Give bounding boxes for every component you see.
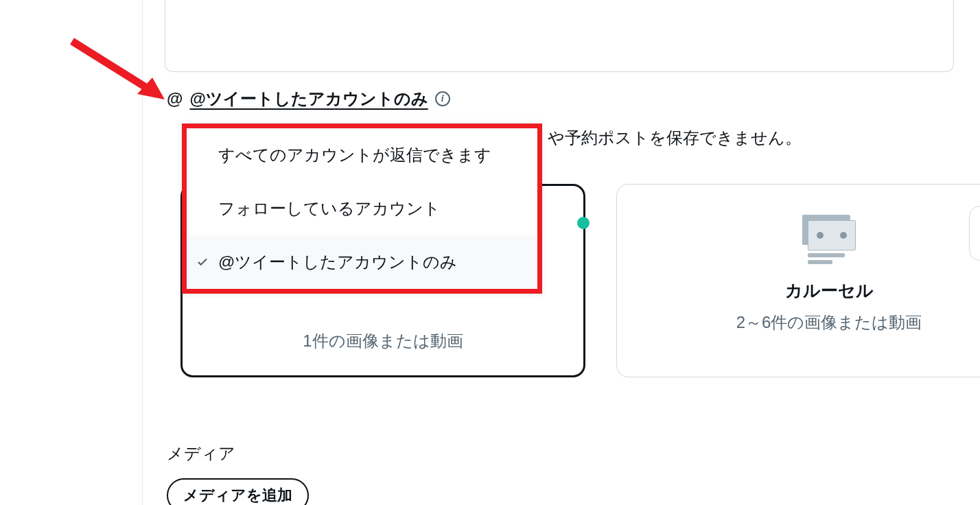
card-carousel-title: カルーセル [785, 279, 874, 302]
info-icon[interactable]: i [435, 91, 450, 106]
dropdown-option-label: すべてのアカウントが返信できます [218, 145, 491, 164]
dropdown-option-label: フォローしているアカウント [218, 199, 441, 218]
dropdown-option-label: @ツイートしたアカウントのみ [218, 252, 457, 271]
carousel-icon [802, 215, 856, 263]
reply-setting-dropdown-trigger[interactable]: @ツイートしたアカウントのみ [189, 88, 428, 110]
at-icon: @ [167, 89, 183, 108]
arrow-annotation [69, 38, 172, 113]
card-single-subtitle: 1件の画像または動画 [303, 330, 463, 352]
check-icon [196, 256, 209, 268]
card-carousel[interactable]: カルーセル 2～6件の画像または動画 [616, 184, 980, 377]
dropdown-option-following[interactable]: フォローしているアカウント [187, 182, 537, 235]
media-section-label: メディア [167, 443, 235, 465]
carousel-icon-wrapper [802, 215, 856, 263]
add-media-button[interactable]: メディアを追加 [167, 478, 309, 505]
content-top-box [165, 0, 954, 72]
reply-setting-dropdown: すべてのアカウントが返信できます フォローしているアカウント @ツイートしたアカ… [182, 124, 542, 294]
dropdown-option-mentioned[interactable]: @ツイートしたアカウントのみ [187, 235, 537, 289]
dropdown-option-everyone[interactable]: すべてのアカウントが返信できます [187, 128, 537, 182]
card-carousel-subtitle: 2～6件の画像または動画 [736, 312, 922, 333]
right-edge-control[interactable] [969, 206, 980, 261]
warning-text: や予約ポストを保存できません。 [548, 127, 802, 149]
reply-setting-row: @ @ツイートしたアカウントのみ i [167, 88, 450, 110]
